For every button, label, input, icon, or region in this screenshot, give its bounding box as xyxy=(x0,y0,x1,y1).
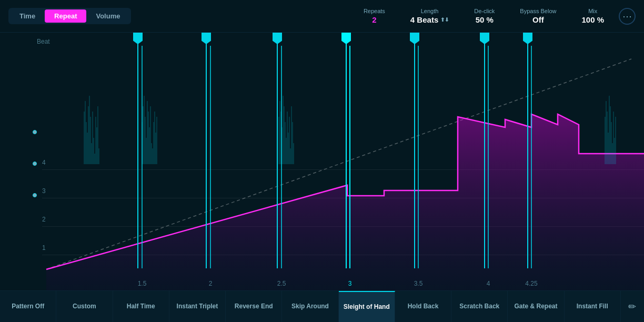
x-label-3-5: 3.5 xyxy=(414,280,423,287)
declick-value[interactable]: 50 % xyxy=(476,15,494,24)
length-control: Length 4 Beats ⬆⬇ xyxy=(400,8,459,24)
more-button[interactable]: ⋯ xyxy=(619,8,636,25)
header: Time Repeat Volume Repeats 2 Length 4 Be… xyxy=(0,0,644,33)
preset-instant-fill[interactable]: Instant Fill xyxy=(565,291,621,322)
x-label-4-25: 4.25 xyxy=(525,280,537,287)
length-label: Length xyxy=(421,8,439,14)
left-handle-bot[interactable] xyxy=(33,193,37,197)
left-handle-mid[interactable] xyxy=(33,162,37,166)
mix-label: Mix xyxy=(588,8,597,14)
flag-head-3-5 xyxy=(410,33,419,44)
flag-head-3 xyxy=(341,33,351,44)
declick-control: De-click 50 % xyxy=(464,8,505,24)
repeats-label: Repeats xyxy=(364,8,385,14)
bypass-value[interactable]: Off xyxy=(532,15,544,24)
tab-volume[interactable]: Volume xyxy=(86,9,129,23)
flag-3[interactable] xyxy=(346,33,347,268)
waveform-4 xyxy=(573,64,637,264)
preset-hold-back[interactable]: Hold Back xyxy=(395,291,451,322)
length-value[interactable]: 4 Beats ⬆⬇ xyxy=(410,15,449,24)
x-label-2: 2 xyxy=(209,280,213,287)
waveform-2 xyxy=(105,64,179,264)
mix-value[interactable]: 100 % xyxy=(581,15,604,24)
pencil-button[interactable]: ✏ xyxy=(621,291,644,322)
repeats-control: Repeats 2 xyxy=(353,8,396,24)
flag-head-1-5 xyxy=(133,33,143,44)
flag-4[interactable] xyxy=(484,33,485,268)
flag-head-4 xyxy=(480,33,489,44)
bypass-label: Bypass Below xyxy=(520,8,556,14)
preset-gate-repeat[interactable]: Gate & Repeat xyxy=(508,291,564,322)
flag-head-4-25 xyxy=(523,33,532,44)
x-label-1-5: 1.5 xyxy=(138,280,147,287)
tab-group: Time Repeat Volume xyxy=(8,8,131,24)
y-label-2: 2 xyxy=(42,216,46,223)
preset-reverse-end[interactable]: Reverse End xyxy=(226,291,282,322)
preset-pattern-off[interactable]: Pattern Off xyxy=(0,291,56,322)
tab-repeat[interactable]: Repeat xyxy=(45,9,86,23)
length-stepper-icon: ⬆⬇ xyxy=(440,17,449,23)
x-label-3: 3 xyxy=(348,280,352,287)
tab-time[interactable]: Time xyxy=(10,9,45,23)
y-label-3: 3 xyxy=(42,187,46,195)
flag-head-2-5 xyxy=(273,33,282,44)
declick-label: De-click xyxy=(474,8,495,14)
bottom-bar: Pattern Off Custom Half Time Instant Tri… xyxy=(0,290,644,322)
y-label-1: 1 xyxy=(42,244,46,251)
beat-label: Beat xyxy=(37,38,50,45)
repeats-value[interactable]: 2 xyxy=(372,15,376,24)
bypass-control: Bypass Below Off xyxy=(509,8,567,24)
preset-half-time[interactable]: Half Time xyxy=(113,291,169,322)
preset-skip-around[interactable]: Skip Around xyxy=(282,291,338,322)
preset-custom[interactable]: Custom xyxy=(56,291,113,322)
mix-control: Mix 100 % xyxy=(571,8,615,24)
preset-instant-triplet[interactable]: Instant Triplet xyxy=(169,291,226,322)
y-label-4: 4 xyxy=(42,159,46,166)
x-label-4: 4 xyxy=(487,280,490,287)
flag-3-5[interactable] xyxy=(414,33,415,268)
main-canvas: Beat 4 3 2 1 xyxy=(0,33,644,290)
preset-scratch-back[interactable]: Scratch Back xyxy=(451,291,508,322)
left-handle-top[interactable] xyxy=(33,130,37,134)
flag-head-2 xyxy=(202,33,211,44)
preset-sleight-of-hand[interactable]: Sleight of Hand xyxy=(339,291,395,322)
flag-2[interactable] xyxy=(206,33,207,268)
flag-4-25[interactable] xyxy=(527,33,528,268)
x-label-2-5: 2.5 xyxy=(277,280,286,287)
waveform-3 xyxy=(242,64,316,264)
